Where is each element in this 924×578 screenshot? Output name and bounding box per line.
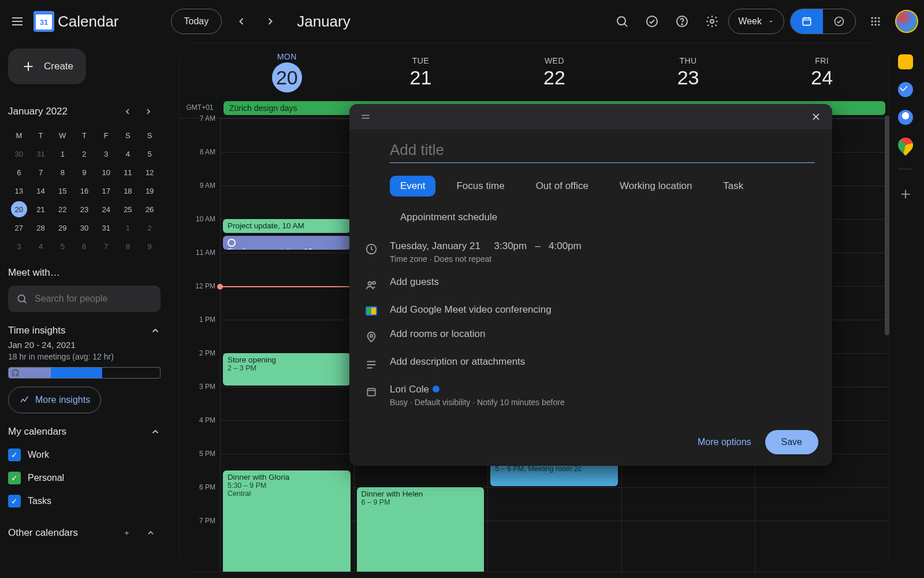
organizer-name[interactable]: Lori Cole xyxy=(390,384,429,395)
event-type-tab[interactable]: Task xyxy=(713,176,754,197)
mini-day[interactable]: 30 xyxy=(73,218,95,237)
calendar-event[interactable]: Project update, 10 AM xyxy=(223,219,351,233)
mini-day[interactable]: 8 xyxy=(51,163,73,181)
help-button[interactable] xyxy=(668,8,696,35)
mini-day[interactable]: 3 xyxy=(95,144,117,163)
mini-day[interactable]: 14 xyxy=(30,181,52,200)
close-button[interactable] xyxy=(806,106,826,127)
add-meet-button[interactable]: Add Google Meet video conferencing xyxy=(390,304,552,315)
people-search-input[interactable] xyxy=(35,294,152,304)
mini-day[interactable]: 5 xyxy=(51,237,73,255)
mini-day[interactable]: 29 xyxy=(51,218,73,237)
mini-day[interactable]: 9 xyxy=(139,237,161,255)
mini-day[interactable]: 15 xyxy=(51,181,73,200)
calendar-mode-button[interactable] xyxy=(791,9,823,34)
mini-day[interactable]: 26 xyxy=(139,200,161,218)
add-addon-button[interactable]: ＋ xyxy=(897,186,914,202)
calendar-event[interactable]: Finalize presentation, 10: xyxy=(223,236,351,250)
scrollbar[interactable] xyxy=(885,116,889,335)
calendar-item[interactable]: ✓Work xyxy=(8,443,161,466)
event-end-time[interactable]: 4:00pm xyxy=(549,240,582,251)
mini-day[interactable]: 7 xyxy=(30,163,52,181)
event-type-tab[interactable]: Event xyxy=(390,176,435,197)
add-description-button[interactable]: Add description or attachments xyxy=(390,356,525,367)
drag-handle[interactable] xyxy=(355,106,376,127)
main-menu-button[interactable] xyxy=(3,8,31,35)
add-guests-button[interactable]: Add guests xyxy=(390,276,439,287)
day-header-cell[interactable]: THU23 xyxy=(621,43,755,101)
create-button[interactable]: Create xyxy=(8,49,86,84)
updates-button[interactable] xyxy=(638,8,666,35)
mini-day[interactable]: 16 xyxy=(73,181,95,200)
mini-day[interactable]: 25 xyxy=(117,200,139,218)
day-header-cell[interactable]: FRI24 xyxy=(755,43,889,101)
my-calendars-toggle[interactable]: My calendars xyxy=(8,426,161,438)
tasks-app-icon[interactable] xyxy=(898,82,913,97)
mini-day[interactable]: 6 xyxy=(73,237,95,255)
account-avatar[interactable] xyxy=(895,10,918,33)
calendar-event[interactable]: Dinner with Helen6 – 9 PM xyxy=(357,487,485,572)
event-start-time[interactable]: 3:30pm xyxy=(494,240,527,251)
event-title-input[interactable] xyxy=(390,138,815,163)
mini-day[interactable]: 18 xyxy=(117,181,139,200)
day-header-cell[interactable]: MON20 xyxy=(220,43,354,101)
mini-day[interactable]: 31 xyxy=(95,218,117,237)
calendar-item[interactable]: ✓Personal xyxy=(8,466,161,490)
mini-day[interactable]: 2 xyxy=(73,144,95,163)
add-calendar-button[interactable]: ＋ xyxy=(117,523,136,543)
search-button[interactable] xyxy=(608,8,636,35)
mini-day[interactable]: 8 xyxy=(117,237,139,255)
more-options-link[interactable]: More options xyxy=(698,437,751,447)
settings-button[interactable] xyxy=(698,8,726,35)
mini-day[interactable]: 4 xyxy=(117,144,139,163)
time-insights-toggle[interactable]: Time insights xyxy=(8,325,161,336)
mini-day[interactable]: 21 xyxy=(30,200,52,218)
event-type-tab[interactable]: Working location xyxy=(609,176,702,197)
keep-icon[interactable] xyxy=(898,54,913,69)
more-insights-button[interactable]: More insights xyxy=(8,387,101,413)
mini-day[interactable]: 3 xyxy=(8,237,30,255)
checkbox-icon[interactable]: ✓ xyxy=(8,472,21,484)
prev-week-button[interactable] xyxy=(228,8,255,35)
mini-day[interactable]: 6 xyxy=(8,163,30,181)
event-recurrence[interactable]: Time zone · Does not repeat xyxy=(390,254,832,264)
event-type-tab[interactable]: Out of office xyxy=(526,176,599,197)
mini-day[interactable]: 20 xyxy=(8,200,30,218)
checkbox-icon[interactable]: ✓ xyxy=(8,449,21,461)
people-search[interactable] xyxy=(8,286,161,312)
today-button[interactable]: Today xyxy=(171,9,222,34)
mini-day[interactable]: 13 xyxy=(8,181,30,200)
day-header-cell[interactable]: WED22 xyxy=(487,43,621,101)
mini-day[interactable]: 17 xyxy=(95,181,117,200)
google-apps-button[interactable] xyxy=(862,8,889,35)
calendar-item[interactable]: ✓Tasks xyxy=(8,490,161,513)
mini-day[interactable]: 23 xyxy=(73,200,95,218)
mini-day[interactable]: 11 xyxy=(117,163,139,181)
mini-next-button[interactable] xyxy=(139,102,158,121)
visibility-summary[interactable]: Busy · Default visibility · Notify 10 mi… xyxy=(390,398,832,407)
mini-day[interactable]: 31 xyxy=(30,144,52,163)
mini-day[interactable]: 30 xyxy=(8,144,30,163)
mini-day[interactable]: 27 xyxy=(8,218,30,237)
mini-day[interactable]: 10 xyxy=(95,163,117,181)
mini-calendar[interactable]: MTWTFSS 30311234567891011121314151617181… xyxy=(8,126,161,255)
mini-day[interactable]: 4 xyxy=(30,237,52,255)
event-type-tab[interactable]: Appointment schedule xyxy=(390,207,508,228)
event-date[interactable]: Tuesday, January 21 xyxy=(390,240,480,251)
tasks-mode-button[interactable] xyxy=(823,9,855,34)
mini-prev-button[interactable] xyxy=(118,102,137,121)
day-header-cell[interactable]: TUE21 xyxy=(354,43,488,101)
event-type-tab[interactable]: Focus time xyxy=(446,176,515,197)
checkbox-icon[interactable]: ✓ xyxy=(8,495,21,507)
save-button[interactable]: Save xyxy=(765,430,818,454)
view-select[interactable]: Week xyxy=(728,9,784,34)
mini-day[interactable]: 22 xyxy=(51,200,73,218)
mini-day[interactable]: 19 xyxy=(139,181,161,200)
maps-icon[interactable] xyxy=(895,135,916,156)
mini-day[interactable]: 1 xyxy=(51,144,73,163)
day-column[interactable]: Project update, 10 AMFinalize presentati… xyxy=(220,118,354,572)
calendar-event[interactable]: Store opening2 – 3 PM xyxy=(223,353,351,386)
calendar-event[interactable]: Dinner with Gloria5:30 – 9 PMCentral xyxy=(223,470,351,572)
mini-day[interactable]: 1 xyxy=(117,218,139,237)
mini-day[interactable]: 7 xyxy=(95,237,117,255)
